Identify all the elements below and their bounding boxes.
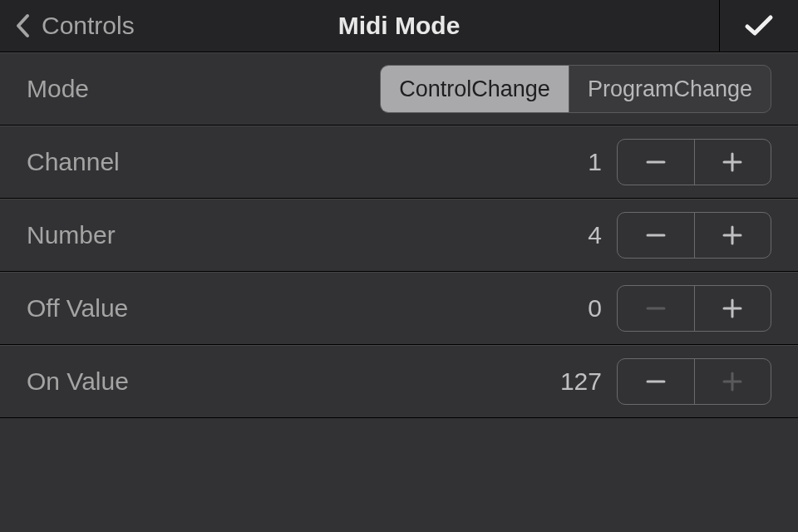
back-button[interactable]: Controls bbox=[0, 0, 135, 52]
number-stepper bbox=[617, 212, 771, 259]
row-off-value-value: 0 bbox=[588, 294, 602, 323]
on-value-stepper bbox=[617, 358, 771, 405]
header: Controls Midi Mode bbox=[0, 0, 798, 52]
minus-icon bbox=[643, 296, 668, 321]
row-on-value: On Value 127 bbox=[0, 345, 798, 418]
mode-option-programchange[interactable]: ProgramChange bbox=[569, 66, 771, 112]
channel-plus-button[interactable] bbox=[695, 140, 771, 185]
plus-icon bbox=[720, 223, 745, 248]
row-mode-label: Mode bbox=[27, 75, 380, 103]
minus-icon bbox=[643, 223, 668, 248]
minus-icon bbox=[643, 150, 668, 175]
row-channel: Channel 1 bbox=[0, 126, 798, 199]
off-value-plus-button[interactable] bbox=[695, 286, 771, 331]
on-value-plus-button bbox=[695, 359, 771, 404]
number-minus-button[interactable] bbox=[618, 213, 695, 258]
confirm-button[interactable] bbox=[719, 0, 798, 52]
plus-icon bbox=[720, 296, 745, 321]
row-channel-label: Channel bbox=[27, 148, 588, 176]
off-value-stepper bbox=[617, 285, 771, 332]
row-mode: Mode ControlChange ProgramChange bbox=[0, 52, 798, 126]
mode-option-controlchange[interactable]: ControlChange bbox=[381, 66, 569, 112]
back-label: Controls bbox=[42, 12, 135, 40]
page-title: Midi Mode bbox=[338, 12, 461, 40]
row-on-value-label: On Value bbox=[27, 367, 560, 396]
minus-icon bbox=[643, 369, 668, 394]
row-channel-value: 1 bbox=[588, 148, 602, 176]
row-number-label: Number bbox=[27, 221, 588, 249]
mode-segmented-control: ControlChange ProgramChange bbox=[380, 65, 771, 113]
row-number-value: 4 bbox=[588, 221, 602, 249]
channel-minus-button[interactable] bbox=[618, 140, 695, 185]
number-plus-button[interactable] bbox=[695, 213, 771, 258]
row-off-value-label: Off Value bbox=[27, 294, 588, 323]
plus-icon bbox=[720, 369, 745, 394]
row-off-value: Off Value 0 bbox=[0, 272, 798, 345]
row-number: Number 4 bbox=[0, 199, 798, 272]
row-on-value-value: 127 bbox=[560, 367, 602, 396]
on-value-minus-button[interactable] bbox=[618, 359, 695, 404]
off-value-minus-button bbox=[618, 286, 695, 331]
plus-icon bbox=[720, 150, 745, 175]
channel-stepper bbox=[617, 139, 771, 185]
checkmark-icon bbox=[744, 14, 774, 37]
chevron-left-icon bbox=[15, 13, 30, 38]
